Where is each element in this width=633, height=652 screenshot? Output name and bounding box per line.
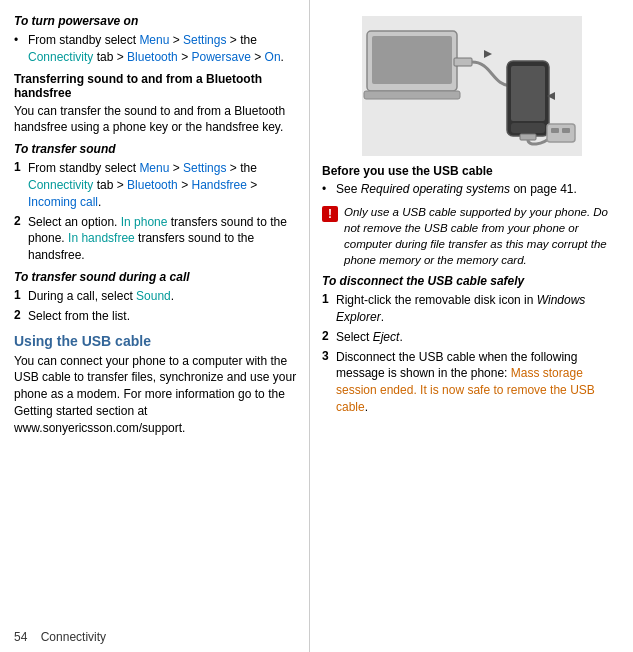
transferring-sound-body: You can transfer the sound to and from a…	[14, 103, 297, 137]
page-number: 54	[14, 630, 27, 644]
call-step-1: 1 During a call, select Sound.	[14, 288, 297, 305]
usb-svg	[362, 16, 582, 156]
before-usb-text: See Required operating systems on page 4…	[336, 181, 577, 198]
connectivity-link2[interactable]: Connectivity	[28, 178, 93, 192]
bluetooth-link[interactable]: Bluetooth	[127, 50, 178, 64]
disc-step2-num: 2	[322, 329, 336, 346]
left-column: To turn powersave on • From standby sele…	[0, 0, 310, 652]
in-handsfree-link[interactable]: In handsfree	[68, 231, 135, 245]
connectivity-link[interactable]: Connectivity	[28, 50, 93, 64]
menu-link[interactable]: Menu	[139, 33, 169, 47]
call-step2-num: 2	[14, 308, 28, 325]
bullet-dot: •	[14, 33, 22, 66]
step2-text: Select an option. In phone transfers sou…	[28, 214, 297, 264]
incoming-call-link[interactable]: Incoming call	[28, 195, 98, 209]
svg-rect-9	[551, 128, 559, 133]
svg-rect-7	[520, 134, 536, 140]
powersave-text: From standby select Menu > Settings > th…	[28, 32, 297, 66]
to-transfer-sound-heading: To transfer sound	[14, 142, 297, 156]
settings-link[interactable]: Settings	[183, 33, 226, 47]
powersave-bullet: • From standby select Menu > Settings > …	[14, 32, 297, 66]
disc-step2-text: Select Eject.	[336, 329, 403, 346]
to-turn-powersave-heading: To turn powersave on	[14, 14, 297, 28]
svg-rect-2	[364, 91, 460, 99]
transferring-sound-heading: Transferring sound to and from a Bluetoo…	[14, 72, 297, 100]
call-step-2: 2 Select from the list.	[14, 308, 297, 325]
disc-step1-text: Right-click the removable disk icon in W…	[336, 292, 621, 326]
disc-step1-num: 1	[322, 292, 336, 326]
svg-rect-8	[547, 124, 575, 142]
to-transfer-during-call-heading: To transfer sound during a call	[14, 270, 297, 284]
call-step2-text: Select from the list.	[28, 308, 130, 325]
before-usb-heading: Before you use the USB cable	[322, 164, 621, 178]
usb-image	[362, 16, 582, 156]
disc-step-1: 1 Right-click the removable disk icon in…	[322, 292, 621, 326]
menu-link2[interactable]: Menu	[139, 161, 169, 175]
page-footer: 54 Connectivity	[14, 630, 106, 644]
windows-explorer-text: Windows Explorer	[336, 293, 585, 324]
page-container: To turn powersave on • From standby sele…	[0, 0, 633, 652]
svg-rect-6	[511, 123, 545, 133]
bluetooth-link2[interactable]: Bluetooth	[127, 178, 178, 192]
warning-text: Only use a USB cable supported by your p…	[344, 204, 621, 268]
step1-text: From standby select Menu > Settings > th…	[28, 160, 297, 210]
call-step1-text: During a call, select Sound.	[28, 288, 174, 305]
svg-marker-11	[484, 50, 492, 58]
right-column: Before you use the USB cable • See Requi…	[310, 0, 633, 652]
handsfree-link[interactable]: Handsfree	[191, 178, 246, 192]
settings-link2[interactable]: Settings	[183, 161, 226, 175]
required-os-text: Required operating systems	[361, 182, 510, 196]
warning-icon: !	[322, 206, 338, 222]
sound-link[interactable]: Sound	[136, 289, 171, 303]
disconnect-heading: To disconnect the USB cable safely	[322, 274, 621, 288]
bullet-dot2: •	[322, 182, 330, 198]
disc-step-2: 2 Select Eject.	[322, 329, 621, 346]
usb-heading: Using the USB cable	[14, 333, 297, 349]
disc-step3-text: Disconnect the USB cable when the follow…	[336, 349, 621, 416]
in-phone-link[interactable]: In phone	[121, 215, 168, 229]
warning-box: ! Only use a USB cable supported by your…	[322, 204, 621, 268]
transfer-step-1: 1 From standby select Menu > Settings > …	[14, 160, 297, 210]
disc-step-3: 3 Disconnect the USB cable when the foll…	[322, 349, 621, 416]
svg-rect-10	[562, 128, 570, 133]
eject-text: Eject	[373, 330, 400, 344]
usb-body: You can connect your phone to a computer…	[14, 353, 297, 437]
on-link[interactable]: On	[265, 50, 281, 64]
svg-rect-3	[454, 58, 472, 66]
svg-rect-5	[511, 66, 545, 121]
transfer-step-2: 2 Select an option. In phone transfers s…	[14, 214, 297, 264]
mass-storage-link: Mass storage session ended. It is now sa…	[336, 366, 595, 414]
step2-num: 2	[14, 214, 28, 264]
powersave-link[interactable]: Powersave	[191, 50, 250, 64]
before-usb-bullet: • See Required operating systems on page…	[322, 181, 621, 198]
disc-step3-num: 3	[322, 349, 336, 416]
step1-num: 1	[14, 160, 28, 210]
svg-rect-1	[372, 36, 452, 84]
call-step1-num: 1	[14, 288, 28, 305]
footer-label: Connectivity	[41, 630, 106, 644]
